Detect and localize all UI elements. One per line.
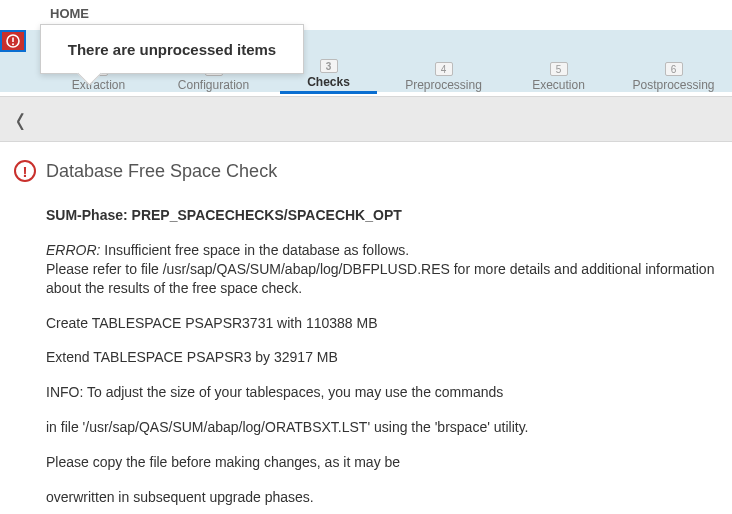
create-tablespace-line: Create TABLESPACE PSAPSR3731 with 110388… <box>46 314 718 333</box>
step-label: Configuration <box>178 78 249 92</box>
error-text-2: Please refer to file /usr/sap/QAS/SUM/ab… <box>46 261 714 296</box>
back-button[interactable]: ‹ <box>16 98 25 140</box>
step-label: Postprocessing <box>632 78 714 92</box>
message-body: SUM-Phase: PREP_SPACECHECKS/SPACECHK_OPT… <box>14 206 718 507</box>
step-label: Checks <box>307 75 350 89</box>
sub-bar: ‹ <box>0 96 732 142</box>
content-area: ! Database Free Space Check SUM-Phase: P… <box>0 142 732 507</box>
step-number: 4 <box>435 62 453 76</box>
unprocessed-items-tooltip: There are unprocessed items <box>40 24 304 74</box>
title-row: ! Database Free Space Check <box>14 160 718 182</box>
info-line: INFO: To adjust the size of your tablesp… <box>46 383 718 402</box>
page-title: Database Free Space Check <box>46 161 277 182</box>
file-line: in file '/usr/sap/QAS/SUM/abap/log/ORATB… <box>46 418 718 437</box>
extend-tablespace-line: Extend TABLESPACE PSAPSR3 by 32917 MB <box>46 348 718 367</box>
phase-label: SUM-Phase: <box>46 207 132 223</box>
home-link[interactable]: HOME <box>50 6 89 21</box>
top-bar: HOME There are unprocessed items 1 Extra… <box>0 0 732 96</box>
tooltip-text: There are unprocessed items <box>68 41 276 58</box>
copy-line: Please copy the file before making chang… <box>46 453 718 472</box>
error-icon: ! <box>14 160 36 182</box>
step-label: Preprocessing <box>405 78 482 92</box>
step-number: 5 <box>550 62 568 76</box>
svg-point-2 <box>12 43 14 45</box>
step-preprocessing[interactable]: 4 Preprocessing <box>395 62 492 94</box>
phase-value: PREP_SPACECHECKS/SPACECHK_OPT <box>132 207 402 223</box>
step-label: Execution <box>532 78 585 92</box>
step-number: 6 <box>665 62 683 76</box>
alert-icon <box>6 34 20 48</box>
step-number: 3 <box>320 59 338 73</box>
overwrite-line: overwritten in subsequent upgrade phases… <box>46 488 718 507</box>
error-text-1: Insufficient free space in the database … <box>100 242 409 258</box>
alert-badge[interactable] <box>0 30 26 52</box>
step-execution[interactable]: 5 Execution <box>510 62 607 94</box>
error-prefix: ERROR: <box>46 242 100 258</box>
step-postprocessing[interactable]: 6 Postprocessing <box>625 62 722 94</box>
step-label: Extraction <box>72 78 125 92</box>
